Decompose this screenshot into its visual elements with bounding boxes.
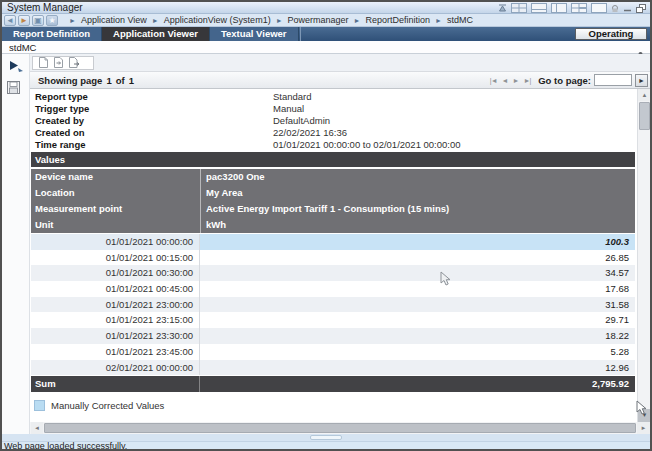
meta-value: Standard <box>273 91 312 103</box>
scroll-right-button[interactable]: ► <box>637 422 650 434</box>
value-cell: 31.58 <box>200 297 635 313</box>
table-row[interactable]: 01/01/2021 00:30:00 34.57 <box>31 265 635 281</box>
table-row[interactable]: 01/01/2021 23:30:00 18.22 <box>31 328 635 344</box>
breadcrumb-bar: ◄ ► ▣ ★ ►Application View►ApplicationVie… <box>2 14 650 27</box>
subtab-row: stdMC <box>2 41 650 54</box>
splitter-bar[interactable] <box>2 434 650 441</box>
table-row[interactable]: 01/01/2021 00:45:00 17.68 <box>31 281 635 297</box>
legend: Manually Corrected Values <box>34 400 164 411</box>
timestamp-cell: 01/01/2021 23:45:00 <box>31 344 200 360</box>
report-toolbar <box>30 54 650 72</box>
minimize-button[interactable] <box>623 4 632 12</box>
chevron-right-icon: ► <box>69 17 76 24</box>
tab[interactable]: Application Viewer <box>102 27 210 41</box>
layout-single-icon[interactable] <box>591 3 607 13</box>
first-page-button[interactable]: |◄ <box>489 77 498 84</box>
table-row[interactable]: 02/01/2021 00:00:00 12.96 <box>31 360 635 376</box>
goto-page-label: Go to page: <box>538 75 591 86</box>
meta-value: 22/02/2021 16:36 <box>273 127 347 139</box>
table-row[interactable]: 01/01/2021 23:00:00 31.58 <box>31 297 635 313</box>
value-cell: 34.57 <box>200 265 635 281</box>
breadcrumb-item[interactable]: ►Application View <box>64 15 147 25</box>
tab[interactable]: Report Definition <box>2 27 102 41</box>
values-section-header: Values <box>31 152 635 167</box>
next-page-button[interactable]: ► <box>512 77 520 84</box>
subtab-stdmc[interactable]: stdMC <box>9 42 36 53</box>
breadcrumb-label[interactable]: ApplicationView (System1) <box>164 15 271 25</box>
timestamp-cell: 01/01/2021 00:00:00 <box>31 234 200 250</box>
device-info-row: Measurement point Active Energy Import T… <box>31 201 635 217</box>
page-icon[interactable] <box>39 54 48 72</box>
window-title: System Manager <box>2 2 83 14</box>
left-panel-strip <box>2 54 30 434</box>
meta-value: Manual <box>273 103 304 115</box>
breadcrumb-item[interactable]: ►ReportDefinition <box>349 15 430 25</box>
breadcrumb-label[interactable]: Powermanager <box>288 15 349 25</box>
chevron-right-icon: ► <box>276 17 283 24</box>
device-info-value: pac3200 One <box>200 169 635 185</box>
vertical-scrollbar-thumb[interactable] <box>639 102 650 130</box>
lock-icon[interactable] <box>611 4 619 13</box>
breadcrumb-label[interactable]: Application View <box>81 15 147 25</box>
value-cell: 18.22 <box>200 328 635 344</box>
window-view-button[interactable]: ▣ <box>32 15 44 26</box>
breadcrumb-item[interactable]: ►stdMC <box>430 15 473 25</box>
meta-row: Time range 01/01/2021 00:00:00 to 02/01/… <box>31 139 635 151</box>
meta-row: Created on 22/02/2021 16:36 <box>31 127 635 139</box>
breadcrumb-item[interactable]: ►ApplicationView (System1) <box>147 15 271 25</box>
horizontal-scrollbar-thumb[interactable] <box>44 423 636 433</box>
layout-columns-icon[interactable] <box>551 3 567 13</box>
scroll-down-button[interactable]: ▼ <box>638 409 651 422</box>
forward-button[interactable]: ► <box>18 15 30 26</box>
restore-button[interactable] <box>636 4 646 13</box>
timestamp-cell: 02/01/2021 00:00:00 <box>31 360 200 376</box>
goto-page-input[interactable] <box>594 74 632 86</box>
tab[interactable]: Textual Viewer <box>210 27 299 41</box>
back-button[interactable]: ◄ <box>4 15 16 26</box>
horizontal-scrollbar[interactable]: ◄ ► <box>30 422 650 434</box>
timestamp-cell: 01/01/2021 23:00:00 <box>31 297 200 313</box>
value-cell: 29.71 <box>200 312 635 328</box>
layout-split-icon[interactable] <box>571 3 587 13</box>
splitter-grip[interactable] <box>310 435 342 440</box>
layout-grid-icon[interactable] <box>511 3 527 13</box>
device-info-value: My Area <box>200 185 635 201</box>
meta-label: Created on <box>31 127 273 139</box>
last-page-button[interactable]: ►| <box>522 77 531 84</box>
scroll-left-button[interactable]: ◄ <box>31 422 43 434</box>
values-table: 01/01/2021 00:00:00 100.3 01/01/2021 00:… <box>31 234 635 375</box>
layout-rows-icon[interactable] <box>531 3 547 13</box>
breadcrumb-label[interactable]: ReportDefinition <box>366 15 431 25</box>
table-row[interactable]: 01/01/2021 23:15:00 29.71 <box>31 312 635 328</box>
tab-bar: Report DefinitionApplication ViewerTextu… <box>2 27 650 41</box>
chevron-right-icon: ► <box>435 17 442 24</box>
table-row[interactable]: 01/01/2021 00:15:00 26.85 <box>31 250 635 266</box>
device-info-value: Active Energy Import Tariff 1 - Consumpt… <box>200 201 635 217</box>
table-row[interactable]: 01/01/2021 00:00:00 100.3 <box>31 234 635 250</box>
breadcrumb-item[interactable]: ►Powermanager <box>271 15 349 25</box>
breadcrumb-label[interactable]: stdMC <box>447 15 473 25</box>
tab-label: Application Viewer <box>113 28 198 39</box>
page-export-icon[interactable] <box>69 54 80 72</box>
legend-label: Manually Corrected Values <box>51 400 164 411</box>
flyout-expand-icon[interactable] <box>8 58 24 76</box>
export-tool-group <box>32 56 94 70</box>
previous-page-button[interactable]: ◄ <box>501 77 509 84</box>
meta-label: Time range <box>31 139 273 151</box>
goto-page-go-button[interactable]: ► <box>635 74 648 87</box>
table-row[interactable]: 01/01/2021 23:45:00 5.28 <box>31 344 635 360</box>
page-forward-icon[interactable] <box>54 54 63 72</box>
value-cell: 17.68 <box>200 281 635 297</box>
tab-label: Textual Viewer <box>221 28 287 39</box>
vertical-scrollbar[interactable]: ▲ ▼ <box>637 89 650 422</box>
collapse-icon[interactable] <box>498 4 507 12</box>
titlebar: System Manager <box>2 2 650 14</box>
favorites-star-button[interactable]: ★ <box>46 15 58 26</box>
operating-button[interactable]: Operating <box>575 28 647 40</box>
scroll-up-button[interactable]: ▲ <box>638 89 651 101</box>
save-button[interactable] <box>7 80 20 98</box>
showing-page-text: Showing page 1 of 1 <box>38 75 134 86</box>
total-pages: 1 <box>129 75 134 86</box>
chevron-right-icon: ► <box>152 17 159 24</box>
tabbar-divider <box>300 27 301 41</box>
